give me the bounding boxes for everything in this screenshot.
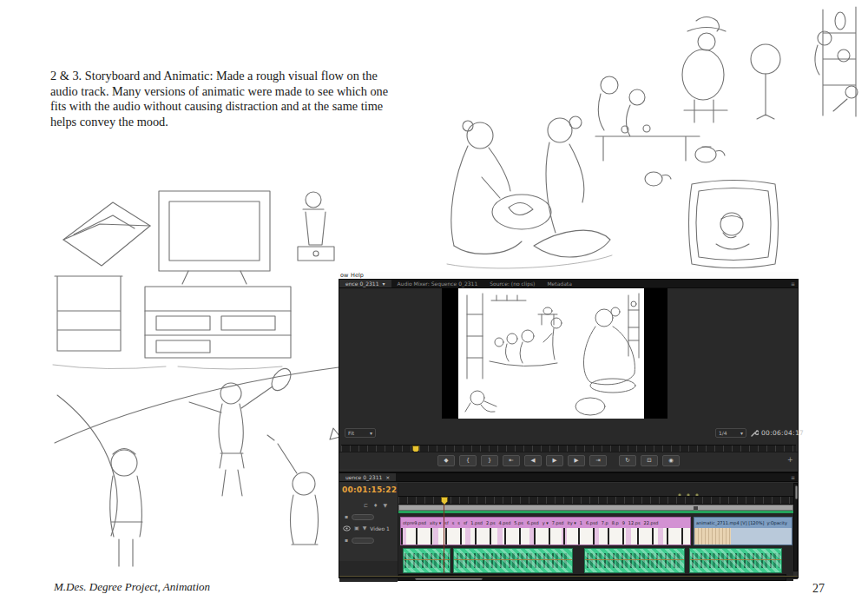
menu-bar: ow Help (339, 272, 799, 279)
video-canvas (442, 288, 667, 419)
timeline-tabbar: uence 0_2311 × ≡ (339, 473, 798, 482)
premiere-workspace: ence 0_2311 ▾ Audio Mixer: Sequence 0_23… (339, 279, 799, 578)
timeline-ruler[interactable] (398, 496, 793, 505)
program-monitor-panel: Fit ▾ 1/4 ▾ 00:06:04:17 (339, 288, 798, 459)
timeline-timecode[interactable]: 00:01:15:22 (342, 485, 397, 494)
close-icon[interactable]: × (385, 473, 390, 481)
sketch-framed-picture (638, 139, 791, 276)
eye-icon[interactable] (343, 525, 351, 531)
clip-label[interactable]: 7.p (602, 520, 608, 525)
clip-label[interactable]: s (457, 520, 460, 525)
audio-track (398, 548, 793, 573)
track-area: otpre9.psd xity ▾ sf s s sf 1.psd 2.ps 4… (398, 483, 793, 581)
preview-frame (458, 288, 644, 419)
chevron-down-icon: ▾ (370, 430, 372, 436)
button-editor-plus-icon[interactable]: + (787, 457, 793, 464)
chevron-down-icon[interactable]: ▾ (382, 280, 385, 287)
snap-icon[interactable]: ⊏ (364, 502, 368, 509)
tab-label: ence 0_2311 (345, 280, 378, 287)
lock-icon[interactable]: ▪ (345, 513, 348, 520)
mark-in-button[interactable]: { (459, 455, 477, 466)
intro-paragraph: 2 & 3. Storyboard and Animatic: Made a r… (50, 69, 399, 129)
clip-label[interactable]: 6.psd (586, 520, 598, 525)
playhead-line (444, 505, 444, 573)
clip-label[interactable]: xity ▾ (430, 520, 441, 525)
audio-clip[interactable] (584, 548, 685, 573)
portfolio-page: { "page": { "intro_text": "2 & 3. Storyb… (0, 0, 868, 614)
panel-menu-icon[interactable]: ≡ (791, 473, 798, 481)
export-frame-button[interactable]: ◉ (662, 455, 680, 466)
video-track-header: ▣ ▼ Video 1 (343, 525, 390, 531)
audio-clip[interactable] (453, 548, 573, 573)
animatic-clip-effect-badge: y:Opacity (766, 520, 787, 525)
clip-label[interactable]: 7.psd (552, 520, 564, 525)
clip-label[interactable]: y ▾ (542, 520, 549, 525)
monitor-panel-tabbar: ence 0_2311 ▾ Audio Mixer: Sequence 0_23… (339, 280, 798, 288)
video-track: otpre9.psd xity ▾ sf s s sf 1.psd 2.ps 4… (398, 517, 793, 545)
tab-audio-mixer[interactable]: Audio Mixer: Sequence 0_2311 (391, 280, 484, 287)
keyframe-display-box[interactable] (352, 538, 374, 544)
lock-icon[interactable]: ▪ (345, 537, 348, 544)
step-back-button[interactable]: ◀ (524, 455, 542, 466)
clip-label[interactable]: 9 (622, 520, 625, 525)
clip-label[interactable]: 6.psd (527, 520, 539, 525)
marker-icon[interactable]: ▼ (383, 502, 387, 509)
animatic-clip-label: animatic_2711.mp4 [V] [120%] (696, 520, 764, 525)
go-to-out-button[interactable]: ⇥ (589, 455, 607, 466)
clip-label[interactable]: otpre9.psd (403, 520, 426, 525)
animatic-clip[interactable]: animatic_2711.mp4 [V] [120%] y:Opacity (694, 517, 792, 545)
clip-label[interactable]: 1 (580, 520, 582, 525)
clip-label[interactable]: 1.psd (470, 520, 483, 525)
video-track-label: Video 1 (370, 525, 390, 531)
clip-label[interactable]: 4.psd (499, 520, 511, 525)
track-keyframe-row: ▪ (345, 513, 374, 520)
monitor-timecode: 00:06:04:17 (761, 429, 804, 437)
premiere-window: ow Help ence 0_2311 ▾ Audio Mixer: Seque… (339, 272, 799, 582)
playback-resolution-select[interactable]: 1/4 ▾ (715, 428, 746, 438)
settings-wrench-icon[interactable] (750, 429, 759, 438)
tab-metadata[interactable]: Metadata (541, 280, 577, 287)
clip-label[interactable]: 22.psd (644, 520, 659, 525)
menu-item-help[interactable]: Help (351, 272, 364, 279)
clip-label[interactable]: s (452, 520, 455, 525)
tab-source[interactable]: Source: (no clips) (483, 280, 541, 287)
clip-label[interactable]: 2.ps (486, 520, 496, 525)
safe-margins-button[interactable]: ⊡ (641, 455, 658, 466)
animatic-clip-thumbnail (694, 528, 731, 545)
timeline-vscrollbar-handle[interactable] (795, 485, 798, 499)
sketch-living-room (48, 181, 343, 379)
render-status-bar (398, 511, 793, 513)
clip-label[interactable]: 12.ps (628, 520, 641, 525)
audio-clip[interactable] (689, 548, 782, 573)
menu-item-window-partial[interactable]: ow (340, 272, 348, 279)
collapse-arrow-icon[interactable]: ▼ (363, 525, 367, 531)
zoom-level-select[interactable]: Fit ▾ (345, 428, 376, 438)
go-to-in-button[interactable]: ⇤ (503, 455, 520, 466)
timeline-vscrollbar[interactable] (793, 483, 798, 571)
clip-label[interactable]: sf (464, 520, 467, 525)
panel-menu-icon[interactable]: ≡ (791, 280, 798, 287)
work-area-bar[interactable] (398, 505, 793, 511)
play-button[interactable]: ▶ (546, 455, 563, 466)
tab-timeline-sequence[interactable]: uence 0_2311 × (339, 473, 396, 481)
zoom-level-value: Fit (348, 430, 354, 436)
mark-out-button[interactable]: } (481, 455, 498, 466)
marker-icon[interactable]: ♦ (373, 502, 378, 509)
chevron-down-icon: ▾ (740, 430, 743, 436)
tab-label: uence 0_2311 (345, 473, 382, 481)
loop-button[interactable]: ↻ (619, 455, 636, 466)
window-bottom-edge (339, 576, 798, 578)
clip-label[interactable]: sf (444, 520, 448, 525)
step-forward-button[interactable]: ▶ (568, 455, 585, 466)
clip-label[interactable]: ity ▾ (567, 520, 575, 525)
transport-controls: ◆ { } ⇤ ◀ ▶ ▶ ⇥ ↻ ⊡ ◉ + (339, 452, 798, 469)
clip-label[interactable]: 8.p (612, 520, 619, 525)
clip-label[interactable]: 5.ps (514, 520, 523, 525)
add-marker-button[interactable]: ◆ (437, 455, 455, 466)
track-header-column: 00:01:15:22 ⊏ ♦ ▼ ▪ ▣ ▼ Video 1 (339, 483, 398, 581)
page-number: 27 (812, 582, 825, 596)
thumbnail-style-icon[interactable]: ▣ (354, 525, 359, 531)
tab-sequence-monitor[interactable]: ence 0_2311 ▾ (339, 280, 391, 287)
keyframe-display-box[interactable] (352, 514, 374, 520)
preview-sketch (458, 288, 644, 419)
